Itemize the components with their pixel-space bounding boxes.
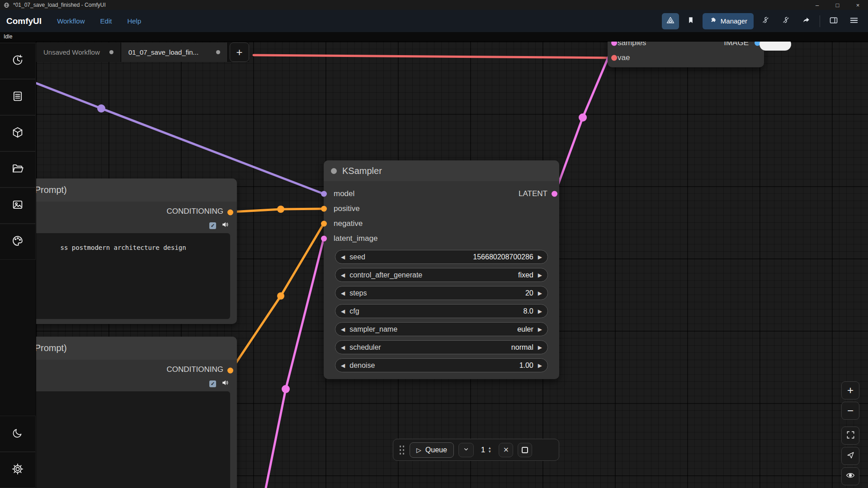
- increment-arrow-icon[interactable]: ▶: [538, 362, 542, 369]
- prompt-checkbox[interactable]: ✓: [209, 380, 216, 387]
- reroute-dot-latent-out[interactable]: [579, 113, 587, 122]
- drag-handle-icon[interactable]: [399, 445, 405, 455]
- increment-arrow-icon[interactable]: ▶: [538, 254, 542, 260]
- toggle-link-render-button-2[interactable]: [777, 13, 794, 29]
- sidebar-item-node-library[interactable]: [0, 79, 36, 115]
- increment-arrow-icon[interactable]: ▶: [538, 272, 542, 278]
- menu-edit[interactable]: Edit: [100, 17, 112, 25]
- widget-denoise[interactable]: ◀ denoise 1.00 ▶: [335, 358, 548, 372]
- new-workflow-button[interactable]: +: [230, 42, 249, 62]
- toggle-link-render-button-1[interactable]: [757, 13, 774, 29]
- input-slot-vae[interactable]: [611, 55, 617, 61]
- output-label-conditioning: CONDITIONING: [166, 365, 223, 374]
- reroute-dot-model[interactable]: [97, 104, 105, 113]
- canvas-tool-toggle-button[interactable]: [662, 13, 679, 29]
- zoom-in-button[interactable]: +: [841, 381, 859, 399]
- node-ksampler[interactable]: KSampler model LATENT positive negative …: [324, 160, 559, 379]
- prompt-text-input[interactable]: ss postmodern architecture design: [36, 233, 230, 319]
- link-model[interactable]: [36, 83, 324, 194]
- decrement-arrow-icon[interactable]: ◀: [341, 290, 345, 296]
- prompt-text-input[interactable]: [36, 391, 230, 488]
- input-slot-negative[interactable]: [321, 221, 327, 226]
- menu-workflow[interactable]: Workflow: [57, 17, 85, 25]
- widget-control-after-generate[interactable]: ◀ control_after_generate fixed ▶: [335, 268, 548, 282]
- unsaved-dot-icon: [109, 50, 113, 54]
- widget-steps[interactable]: ◀ steps 20 ▶: [335, 286, 548, 300]
- node-header[interactable]: (Prompt): [36, 178, 237, 202]
- main-menu-button[interactable]: [845, 13, 863, 29]
- stop-button[interactable]: [518, 443, 532, 457]
- decrement-arrow-icon[interactable]: ◀: [341, 326, 345, 333]
- reroute-dot-latent[interactable]: [282, 385, 290, 393]
- sidebar-item-templates[interactable]: [0, 224, 36, 260]
- plus-icon: +: [236, 46, 242, 59]
- increment-arrow-icon[interactable]: ▶: [538, 290, 542, 296]
- input-slot-model[interactable]: [321, 191, 327, 197]
- zoom-out-button[interactable]: −: [841, 402, 859, 420]
- select-tool-button[interactable]: [841, 447, 859, 465]
- window-close-button[interactable]: ×: [848, 0, 868, 10]
- input-slot-latent-image[interactable]: [321, 235, 327, 241]
- bookmark-button[interactable]: [682, 13, 699, 29]
- node-header[interactable]: (Prompt): [36, 337, 237, 360]
- caret-down-icon[interactable]: ▼: [488, 450, 491, 454]
- io-row-conditioning: CONDITIONING: [36, 363, 237, 378]
- decrement-arrow-icon[interactable]: ◀: [341, 254, 345, 260]
- link-latent-in[interactable]: [266, 239, 324, 488]
- fit-view-button[interactable]: [841, 427, 859, 445]
- tab-unsaved-workflow[interactable]: Unsaved Workflow: [36, 42, 121, 62]
- toggle-visibility-button[interactable]: [841, 467, 859, 485]
- decrement-arrow-icon[interactable]: ◀: [341, 362, 345, 369]
- clear-queue-button[interactable]: ×: [499, 443, 513, 457]
- batch-count-stepper[interactable]: 1 ▲ ▼: [478, 446, 494, 455]
- increment-arrow-icon[interactable]: ▶: [538, 308, 542, 314]
- decrement-arrow-icon[interactable]: ◀: [341, 272, 345, 278]
- sidebar-item-settings[interactable]: [0, 452, 36, 488]
- menubar-divider: [820, 15, 820, 27]
- output-slot-conditioning[interactable]: [227, 367, 233, 373]
- prompt-checkbox[interactable]: ✓: [209, 222, 216, 229]
- menu-help[interactable]: Help: [127, 17, 141, 25]
- panel-toggle-button[interactable]: [825, 13, 842, 29]
- increment-arrow-icon[interactable]: ▶: [538, 326, 542, 333]
- widget-cfg[interactable]: ◀ cfg 8.0 ▶: [335, 304, 548, 318]
- node-graph-canvas[interactable]: KSampler model LATENT positive negative …: [36, 42, 868, 488]
- node-clip-text-encode-positive[interactable]: (Prompt) CONDITIONING ✓ ss postmodern ar…: [36, 178, 237, 324]
- widget-name: control_after_generate: [349, 271, 422, 279]
- sidebar-item-model-library[interactable]: [0, 115, 36, 151]
- reroute-dot-positive[interactable]: [277, 206, 284, 213]
- eye-icon: [846, 470, 855, 483]
- manager-button[interactable]: Manager: [703, 13, 754, 29]
- input-slot-samples[interactable]: [611, 42, 617, 46]
- queue-panel: ▷ Queue 1 ▲ ▼ ×: [393, 439, 559, 461]
- decrement-arrow-icon[interactable]: ◀: [341, 344, 345, 351]
- widget-name: sampler_name: [349, 325, 397, 333]
- share-button[interactable]: [797, 13, 815, 29]
- increment-arrow-icon[interactable]: ▶: [538, 344, 542, 351]
- widget-seed[interactable]: ◀ seed 156680208700286 ▶: [335, 250, 548, 264]
- node-clip-text-encode-negative[interactable]: (Prompt) CONDITIONING ✓: [36, 337, 237, 488]
- node-ksampler-header[interactable]: KSampler: [324, 160, 559, 181]
- reroute-dot-negative[interactable]: [277, 292, 284, 300]
- stepper-carets[interactable]: ▲ ▼: [488, 446, 491, 454]
- link-vae[interactable]: [254, 55, 614, 58]
- decrement-arrow-icon[interactable]: ◀: [341, 308, 345, 314]
- window-maximize-button[interactable]: □: [827, 0, 848, 10]
- speaker-icon[interactable]: [222, 221, 230, 230]
- sidebar-item-workflows[interactable]: [0, 151, 36, 188]
- widget-scheduler[interactable]: ◀ scheduler normal ▶: [335, 340, 548, 354]
- sidebar-item-theme-toggle[interactable]: [0, 416, 36, 452]
- output-slot-conditioning[interactable]: [227, 209, 233, 215]
- widget-sampler-name[interactable]: ◀ sampler_name euler ▶: [335, 322, 548, 336]
- window-minimize-button[interactable]: –: [807, 0, 827, 10]
- sidebar-item-outputs[interactable]: [0, 188, 36, 224]
- queue-options-button[interactable]: [458, 443, 474, 457]
- node-vae-decode[interactable]: samples IMAGE vae: [608, 42, 764, 67]
- queue-button[interactable]: ▷ Queue: [410, 442, 454, 458]
- input-slot-positive[interactable]: [321, 206, 327, 211]
- sidebar-item-history[interactable]: [0, 43, 36, 79]
- tab-saved-workflow[interactable]: 01_07_save_load_fin...: [121, 42, 228, 62]
- bookmark-icon: [687, 16, 695, 26]
- speaker-icon[interactable]: [222, 379, 230, 389]
- output-slot-latent[interactable]: [552, 191, 557, 197]
